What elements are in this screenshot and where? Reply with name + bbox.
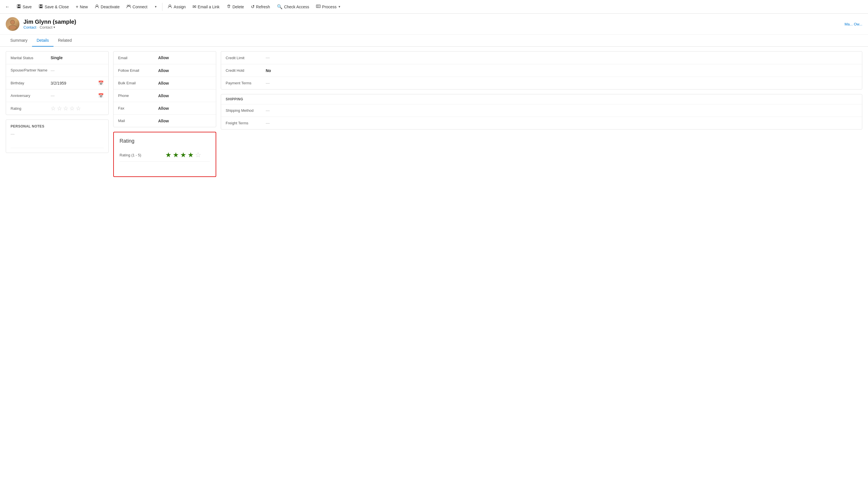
connect-icon: [126, 4, 131, 10]
credit-hold-value: No: [266, 68, 857, 73]
marital-status-value: Single: [51, 56, 104, 60]
email-label: Email: [118, 56, 158, 60]
new-button[interactable]: + New: [73, 3, 91, 11]
contact-name: Jim Glynn (sample): [24, 19, 76, 25]
rating-popup-spacer: [120, 161, 210, 171]
rating-stars-empty[interactable]: ☆ ☆ ☆ ☆ ☆: [51, 105, 81, 112]
freight-terms-label: Freight Terms: [226, 121, 266, 125]
breadcrumb-dropdown-icon[interactable]: ▾: [54, 26, 55, 29]
save-close-icon: [39, 4, 43, 10]
birthday-calendar-icon[interactable]: 📅: [98, 80, 104, 86]
bulk-email-value: Allow: [158, 81, 211, 86]
delete-icon: [227, 4, 231, 10]
credit-limit-label: Credit Limit: [226, 56, 266, 60]
tab-summary[interactable]: Summary: [6, 35, 32, 47]
svg-rect-4: [40, 4, 42, 6]
header-info: Jim Glynn (sample) Contact · Contact ▾: [24, 19, 76, 29]
main-content: Marital Status Single Spouse/Partner Nam…: [0, 47, 868, 182]
bulk-email-row: Bulk Email Allow: [113, 77, 216, 89]
mail-value: Allow: [158, 119, 211, 123]
svg-rect-1: [18, 4, 20, 6]
star-1[interactable]: ☆: [51, 105, 56, 112]
fax-row: Fax Allow: [113, 102, 216, 114]
rating-star-4[interactable]: ★: [188, 151, 194, 159]
marital-status-label: Marital Status: [11, 56, 51, 60]
email-link-button[interactable]: ✉ Email a Link: [189, 2, 222, 11]
star-2[interactable]: ☆: [57, 105, 62, 112]
svg-point-8: [129, 5, 131, 6]
email-value: Allow: [158, 56, 211, 60]
check-access-icon: 🔍: [277, 4, 283, 10]
spouse-value: ---: [51, 68, 104, 73]
rating-star-1[interactable]: ★: [165, 151, 172, 159]
personal-notes-title: PERSONAL NOTES: [11, 124, 104, 128]
save-close-label: Save & Close: [45, 4, 69, 9]
back-button[interactable]: ←: [2, 3, 13, 11]
bulk-email-label: Bulk Email: [118, 81, 158, 85]
toolbar-separator: [162, 3, 163, 11]
payment-terms-label: Payment Terms: [226, 81, 266, 85]
star-4[interactable]: ☆: [70, 105, 75, 112]
process-button[interactable]: Process ▼: [313, 2, 344, 12]
payment-terms-row: Payment Terms ---: [221, 77, 862, 89]
birthday-label: Birthday: [11, 81, 51, 85]
birthday-value: 3/2/1959: [51, 81, 96, 86]
breadcrumb-type[interactable]: Contact: [24, 25, 36, 29]
toolbar: ← Save Save & Close + New Deactivate Con…: [0, 0, 868, 14]
mail-label: Mail: [118, 119, 158, 123]
save-close-button[interactable]: Save & Close: [36, 2, 72, 12]
tabs: Summary Details Related: [0, 35, 868, 47]
credit-limit-value: ---: [266, 56, 857, 60]
assign-label: Assign: [173, 4, 186, 9]
avatar: [6, 17, 19, 31]
star-3[interactable]: ☆: [63, 105, 68, 112]
check-access-button[interactable]: 🔍 Check Access: [274, 2, 312, 11]
phone-value: Allow: [158, 93, 211, 98]
rating-star-3[interactable]: ★: [180, 151, 186, 159]
new-icon: +: [76, 4, 78, 10]
spouse-label: Spouse/Partner Name: [11, 68, 51, 73]
deactivate-button[interactable]: Deactivate: [92, 2, 122, 12]
personal-info-section: Marital Status Single Spouse/Partner Nam…: [6, 51, 109, 115]
breadcrumb-separator: ·: [37, 25, 39, 29]
tab-details[interactable]: Details: [32, 35, 54, 47]
rating-star-2[interactable]: ★: [173, 151, 179, 159]
shipping-method-value: ---: [266, 108, 857, 113]
fax-value: Allow: [158, 106, 211, 111]
personal-notes-value[interactable]: ---: [11, 132, 104, 136]
delete-button[interactable]: Delete: [224, 2, 247, 12]
fax-label: Fax: [118, 106, 158, 110]
tab-related[interactable]: Related: [54, 35, 76, 47]
credit-limit-row: Credit Limit ---: [221, 51, 862, 64]
save-icon: [17, 4, 21, 10]
shipping-method-row: Shipping Method ---: [221, 104, 862, 117]
left-column: Marital Status Single Spouse/Partner Nam…: [6, 51, 109, 177]
process-dropdown-icon: ▼: [338, 5, 341, 8]
shipping-method-label: Shipping Method: [226, 108, 266, 113]
credit-hold-row: Credit Hold No: [221, 64, 862, 77]
star-5[interactable]: ☆: [76, 105, 81, 112]
connect-button[interactable]: Connect: [124, 2, 150, 12]
assign-button[interactable]: Assign: [165, 2, 188, 12]
shipping-section-title: SHIPPING: [221, 94, 862, 104]
refresh-button[interactable]: ↺ Refresh: [248, 2, 273, 11]
anniversary-calendar-icon[interactable]: 📅: [98, 93, 104, 98]
payment-terms-value: ---: [266, 81, 857, 86]
refresh-icon: ↺: [251, 4, 255, 10]
phone-label: Phone: [118, 93, 158, 98]
rating-star-5[interactable]: ☆: [195, 151, 201, 159]
rating-popup: Rating Rating (1 - 5) ★ ★ ★ ★ ☆: [113, 132, 216, 177]
birthday-row: Birthday 3/2/1959 📅: [6, 77, 108, 89]
svg-rect-10: [316, 5, 320, 8]
rating-popup-stars[interactable]: ★ ★ ★ ★ ☆: [165, 151, 201, 159]
phone-row: Phone Allow: [113, 89, 216, 102]
rating-popup-label: Rating (1 - 5): [120, 153, 165, 157]
assign-icon: [168, 4, 172, 10]
rating-popup-row: Rating (1 - 5) ★ ★ ★ ★ ☆: [120, 149, 210, 161]
breadcrumb: Contact · Contact ▾: [24, 25, 76, 29]
deactivate-icon: [95, 4, 99, 10]
save-button[interactable]: Save: [14, 2, 35, 12]
personal-notes-section: PERSONAL NOTES ---: [6, 120, 109, 153]
connect-dropdown[interactable]: ▼: [151, 3, 160, 10]
process-label: Process: [322, 4, 337, 9]
